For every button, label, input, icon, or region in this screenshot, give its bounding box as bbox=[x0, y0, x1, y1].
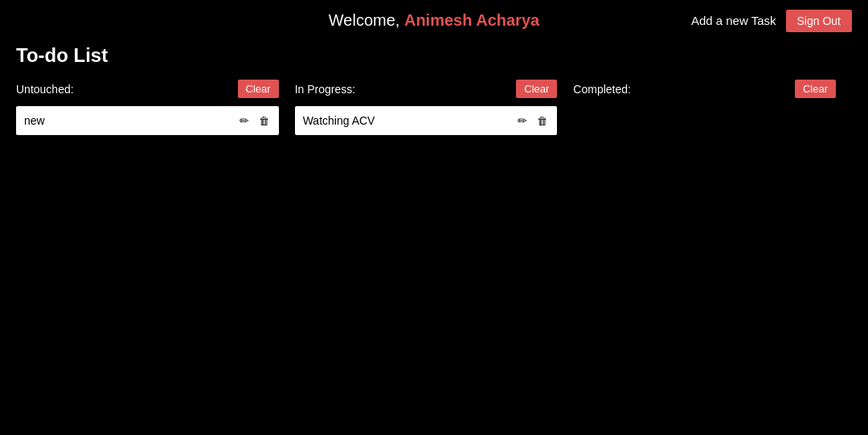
column-untouched: Untouched: Clear new bbox=[16, 80, 295, 142]
add-task-link[interactable]: Add a new Task bbox=[691, 14, 776, 27]
trash-icon bbox=[537, 114, 547, 127]
task-item: new bbox=[16, 106, 279, 135]
task-item: Watching ACV bbox=[295, 106, 558, 135]
page-title: To-do List bbox=[0, 41, 868, 80]
pencil-icon bbox=[518, 114, 527, 127]
column-label-in-progress: In Progress: bbox=[295, 83, 355, 96]
task-actions bbox=[238, 113, 271, 129]
clear-in-progress-button[interactable]: Clear bbox=[516, 80, 557, 98]
column-header-completed: Completed: Clear bbox=[573, 80, 836, 98]
clear-untouched-button[interactable]: Clear bbox=[238, 80, 279, 98]
task-delete-button[interactable] bbox=[535, 113, 549, 129]
task-actions bbox=[516, 113, 549, 129]
welcome-message: Welcome, Animesh Acharya bbox=[329, 11, 539, 30]
clear-completed-button[interactable]: Clear bbox=[795, 80, 836, 98]
task-text: Watching ACV bbox=[303, 114, 517, 127]
header-actions: Add a new Task Sign Out bbox=[691, 10, 852, 32]
user-name: Animesh Acharya bbox=[404, 11, 539, 29]
columns-container: Untouched: Clear new In Progress: Clear … bbox=[0, 80, 868, 142]
column-in-progress: In Progress: Clear Watching ACV bbox=[295, 80, 574, 142]
header: Welcome, Animesh Acharya Add a new Task … bbox=[0, 0, 868, 41]
column-header-in-progress: In Progress: Clear bbox=[295, 80, 558, 98]
task-text: new bbox=[24, 114, 238, 127]
welcome-text: Welcome, bbox=[329, 11, 404, 29]
column-label-untouched: Untouched: bbox=[16, 83, 74, 96]
pencil-icon bbox=[240, 114, 249, 127]
column-completed: Completed: Clear bbox=[573, 80, 852, 142]
column-header-untouched: Untouched: Clear bbox=[16, 80, 279, 98]
column-label-completed: Completed: bbox=[573, 83, 631, 96]
trash-icon bbox=[259, 114, 269, 127]
task-delete-button[interactable] bbox=[257, 113, 271, 129]
task-edit-button[interactable] bbox=[516, 113, 529, 129]
task-edit-button[interactable] bbox=[238, 113, 251, 129]
sign-out-button[interactable]: Sign Out bbox=[786, 10, 852, 32]
